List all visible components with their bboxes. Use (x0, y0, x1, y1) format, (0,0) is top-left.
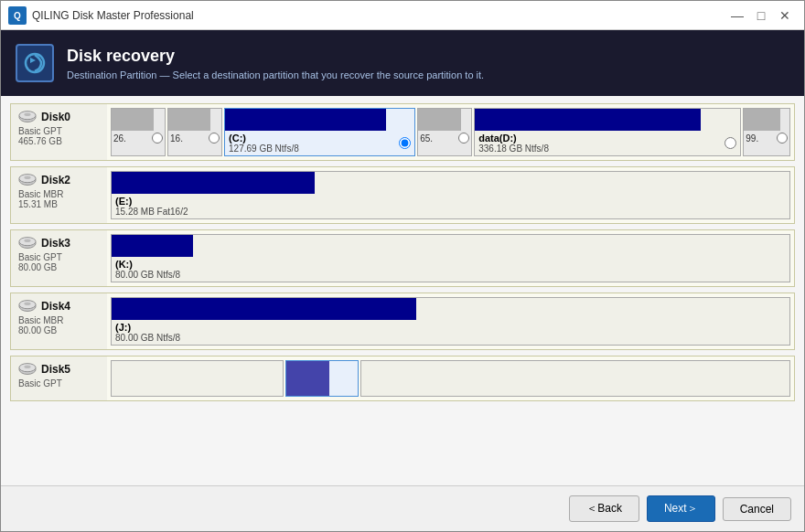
partition-radio[interactable] (458, 133, 469, 144)
partition-block[interactable] (111, 360, 284, 397)
header-icon (16, 44, 54, 82)
svg-marker-3 (30, 58, 36, 63)
disk-name: Disk3 (41, 237, 70, 250)
disk-info: Disk2 Basic MBR 15.31 MB (11, 167, 107, 223)
footer: ＜Back Next＞ Cancel (1, 485, 804, 531)
disk-type: Basic GPT (18, 378, 100, 388)
disk-partitions: 26. 16. (107, 104, 794, 160)
app-logo: Q (8, 6, 27, 25)
disk-type: Basic MBR (18, 315, 100, 325)
disk-name: Disk5 (41, 363, 70, 376)
partition-block[interactable]: 99. (743, 108, 790, 156)
partition-block[interactable]: (J:) 80.00 GB Ntfs/8 (111, 297, 790, 346)
partition-block[interactable]: 16. (167, 108, 222, 156)
main-content: Disk0 Basic GPT 465.76 GB 26. (1, 96, 804, 485)
next-button[interactable]: Next＞ (647, 495, 715, 522)
disk-icon (18, 299, 37, 314)
svg-point-12 (24, 239, 30, 242)
svg-point-6 (24, 112, 30, 116)
disk-info: Disk3 Basic GPT 80.00 GB (11, 230, 107, 286)
disk-list[interactable]: Disk0 Basic GPT 465.76 GB 26. (1, 96, 804, 485)
partition-block[interactable]: data(D:) 336.18 GB Ntfs/8 (474, 108, 741, 156)
partition-block[interactable] (360, 360, 790, 397)
disk-partitions: (E:) 15.28 MB Fat16/2 (107, 167, 794, 223)
disk-row: Disk2 Basic MBR 15.31 MB (E:) 15.28 MB F… (10, 166, 795, 224)
disk-size: 80.00 GB (18, 325, 100, 335)
disk-size: 465.76 GB (18, 136, 100, 146)
disk-row: Disk5 Basic GPT (10, 356, 795, 401)
app-title: QILING Disk Master Professional (32, 9, 725, 22)
disk-row: Disk3 Basic GPT 80.00 GB (K:) 80.00 GB N… (10, 229, 795, 287)
disk-size: 15.31 MB (18, 199, 100, 209)
partition-radio[interactable] (209, 133, 220, 144)
partition-radio[interactable] (777, 133, 788, 144)
partition-block[interactable]: (E:) 15.28 MB Fat16/2 (111, 171, 790, 219)
disk-name: Disk4 (41, 300, 70, 313)
header-text: Disk recovery Destination Partition — Se… (67, 47, 484, 80)
partition-radio[interactable] (724, 137, 736, 149)
partition-radio-selected[interactable] (399, 137, 411, 149)
disk-info: Disk5 Basic GPT (11, 356, 107, 400)
cancel-button[interactable]: Cancel (723, 497, 791, 521)
disk-info: Disk0 Basic GPT 465.76 GB (11, 104, 107, 160)
disk-info: Disk4 Basic MBR 80.00 GB (11, 293, 107, 349)
partition-block[interactable]: 26. (111, 108, 166, 156)
partition-radio[interactable] (152, 133, 163, 144)
close-button[interactable]: ✕ (773, 4, 797, 27)
disk-type: Basic GPT (18, 126, 100, 136)
disk-type: Basic MBR (18, 189, 100, 199)
partition-block[interactable]: 65. (417, 108, 472, 156)
partition-block[interactable] (285, 360, 359, 397)
titlebar: Q QILING Disk Master Professional — □ ✕ (1, 1, 804, 30)
disk-partitions: (J:) 80.00 GB Ntfs/8 (107, 293, 794, 349)
disk-size: 80.00 GB (18, 262, 100, 272)
disk-name: Disk2 (41, 174, 70, 186)
disk-icon (18, 173, 37, 187)
minimize-button[interactable]: — (725, 4, 749, 27)
disk-icon (18, 362, 37, 377)
svg-point-18 (24, 365, 30, 368)
disk-partitions (107, 356, 794, 400)
disk-icon (18, 110, 37, 124)
svg-point-9 (24, 176, 30, 179)
partition-block[interactable]: (C:) 127.69 GB Ntfs/8 (224, 108, 415, 156)
header-title: Disk recovery (67, 47, 484, 66)
svg-text:Q: Q (14, 11, 21, 21)
disk-icon (18, 236, 37, 250)
disk-row: Disk4 Basic MBR 80.00 GB (J:) 80.00 GB N… (10, 293, 795, 350)
disk-partitions: (K:) 80.00 GB Ntfs/8 (107, 230, 794, 286)
back-button[interactable]: ＜Back (569, 495, 639, 522)
svg-point-15 (24, 302, 30, 305)
partition-block[interactable]: (K:) 80.00 GB Ntfs/8 (111, 234, 790, 282)
disk-row: Disk0 Basic GPT 465.76 GB 26. (10, 103, 795, 161)
disk-type: Basic GPT (18, 252, 100, 262)
header: Disk recovery Destination Partition — Se… (1, 30, 804, 96)
disk-name: Disk0 (41, 111, 70, 123)
header-subtitle: Destination Partition — Select a destina… (67, 69, 484, 80)
maximize-button[interactable]: □ (749, 4, 773, 27)
